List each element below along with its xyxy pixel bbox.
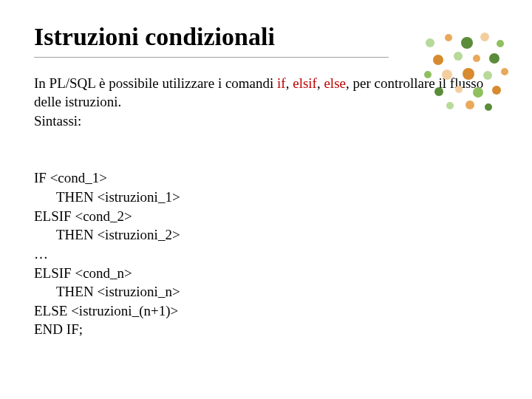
title-underline [34, 57, 389, 58]
intro-text-pre: In PL/SQL è possibile utilizzare i coman… [34, 75, 277, 91]
code-line-1: IF <cond_1> [34, 170, 107, 185]
code-line-5: … [34, 246, 48, 262]
code-instr-n1: <istruzioni_(n+1)> [71, 303, 178, 318]
dot-icon [483, 71, 492, 80]
dot-icon [501, 68, 508, 75]
code-kw-then-n: THEN [56, 284, 97, 299]
code-kw-else-final: ELSE [34, 303, 71, 318]
dot-icon [463, 68, 474, 80]
code-instr-1: <istruzioni_1> [97, 189, 180, 205]
code-line-7: THEN <istruzioni_n> [34, 282, 180, 301]
dot-icon [434, 87, 443, 96]
dot-icon [426, 38, 434, 47]
keyword-else: else [324, 75, 346, 91]
dot-icon [442, 69, 452, 80]
keyword-if: if [277, 75, 286, 91]
code-line-6: ELSIF <cond_n> [34, 265, 132, 281]
code-cond-n: <cond_n> [75, 265, 132, 281]
code-cond-1: <cond_1> [50, 170, 107, 185]
dot-icon [461, 37, 473, 49]
code-kw-then-1: THEN [56, 189, 97, 205]
intro-sep2: , [317, 75, 324, 91]
dot-icon [466, 100, 474, 109]
code-instr-2: <istruzioni_2> [97, 227, 180, 242]
dot-icon [492, 86, 501, 95]
dot-icon [473, 87, 483, 98]
code-kw-then-2: THEN [56, 227, 97, 242]
dot-icon [485, 103, 492, 111]
code-instr-n: <istruzioni_n> [97, 284, 180, 299]
code-block: IF <cond_1> THEN <istruzioni_1> ELSIF <c… [34, 150, 498, 339]
intro-syntax-label: Sintassi: [34, 113, 81, 129]
dot-icon [454, 52, 463, 61]
dot-icon [445, 34, 452, 41]
dot-icon [424, 71, 432, 78]
dot-icon [489, 53, 499, 64]
code-cond-2: <cond_2> [75, 208, 132, 224]
dot-icon [497, 40, 504, 47]
code-kw-elsif-1: ELSIF [34, 208, 75, 224]
code-line-9: END IF; [34, 321, 83, 337]
code-line-8: ELSE <istruzioni_(n+1)> [34, 303, 178, 318]
code-line-3: ELSIF <cond_2> [34, 208, 132, 224]
dot-icon [473, 55, 480, 62]
code-line-2: THEN <istruzioni_1> [34, 188, 180, 207]
code-kw-if: IF [34, 170, 50, 185]
decorative-dots [420, 33, 508, 114]
code-kw-elsif-n: ELSIF [34, 265, 75, 281]
code-line-4: THEN <istruzioni_2> [34, 225, 180, 245]
keyword-elsif: elsif [293, 75, 317, 91]
intro-sep1: , [286, 75, 293, 91]
dot-icon [433, 55, 443, 65]
dot-icon [446, 102, 454, 109]
dot-icon [480, 33, 489, 41]
dot-icon [455, 86, 463, 93]
